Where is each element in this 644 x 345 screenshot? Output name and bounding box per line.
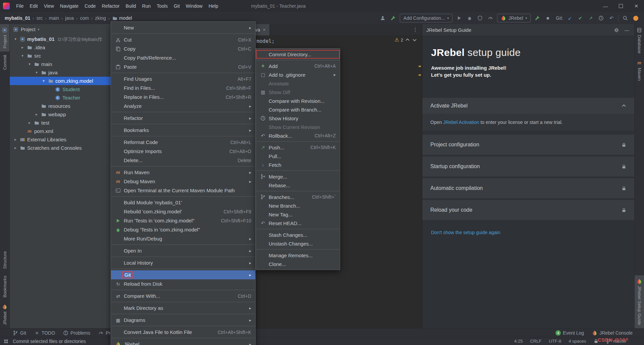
chevron-down-icon[interactable]: ▾ [20,54,25,58]
commit-button[interactable]: ✔ [577,14,584,22]
menu-item-debug-maven[interactable]: mDebug Maven▸ [111,177,255,186]
menu-view[interactable]: View [41,0,57,12]
push-button[interactable]: ↗ [587,14,594,22]
tool-button-problems[interactable]: Problems [63,330,90,336]
menu-item-open-terminal-at-the-current-maven-module-path[interactable]: Open Terminal at the Current Maven Modul… [111,186,255,195]
menu-item-cut[interactable]: CutCtrl+X [111,35,255,44]
codegeex-button[interactable] [632,14,639,22]
menu-item-diagrams[interactable]: ▦Diagrams▸ [111,316,255,325]
menu-item-refactor[interactable]: Refactor▸ [111,114,255,123]
chevron-right-icon[interactable]: ▸ [27,121,32,125]
caret-position[interactable]: 4:25 [514,339,523,344]
menu-git[interactable]: Git [171,0,183,12]
menu-item-delete[interactable]: Delete...Delete [111,156,255,165]
prev-warning-icon[interactable] [405,37,410,43]
breadcrumb-java[interactable]: java [65,15,74,21]
menu-item-compare-with-branch[interactable]: Compare with Branch... [256,105,340,114]
menu-item-git[interactable]: Git▸ [111,270,255,279]
wrench-green-button[interactable] [534,14,541,22]
menu-code[interactable]: Code [82,0,99,12]
profiler-button[interactable] [487,14,494,22]
menu-item-find-in-files[interactable]: Find in Files...Ctrl+Shift+F [111,83,255,92]
menu-navigate[interactable]: Navigate [57,0,82,12]
menu-item-fetch[interactable]: ↓Fetch [256,160,340,169]
tool-tab-structure[interactable]: Structure [0,248,9,272]
menu-item-new-branch[interactable]: New Branch... [256,201,340,210]
menu-item-reformat-code[interactable]: Reformat CodeCtrl+Alt+L [111,138,255,147]
tool-button-git[interactable]: Git [13,330,26,336]
chevron-down-icon[interactable]: ▾ [34,70,39,75]
toolwindow-switcher-icon[interactable] [3,339,9,344]
close-button[interactable]: × [629,0,644,12]
menu-item-rebuild-com-zking-model[interactable]: Rebuild 'com.zking.model'Ctrl+Shift+F9 [111,207,255,216]
jrebel-activation-link[interactable]: JRebel Activation [443,120,479,125]
menu-item-add-to-gitignore[interactable]: ▢Add to .gitignore▸ [256,70,340,79]
menu-item-convert-java-file-to-kotlin-file[interactable]: Convert Java File to Kotlin FileCtrl+Alt… [111,328,255,337]
activate-jrebel-section[interactable]: Activate JRebel [422,98,635,114]
menu-item-new-tag[interactable]: New Tag... [256,210,340,219]
menu-item-open-in[interactable]: Open In▸ [111,246,255,255]
menu-item-compare-with-revision[interactable]: Compare with Revision... [256,96,340,105]
tool-button-jrebel-console[interactable]: JRebel Console [592,330,633,336]
maximize-button[interactable] [613,0,629,12]
menu-item-optimize-imports[interactable]: Optimize ImportsCtrl+Alt+O [111,147,255,156]
menu-item-jrebel[interactable]: JRebel▸ [111,340,255,345]
menu-build[interactable]: Build [122,0,139,12]
run-dim-button[interactable] [455,14,463,22]
menu-item-branches[interactable]: Branches...Ctrl+Shift+` [256,193,340,201]
menu-item-paste[interactable]: PasteCtrl+V [111,62,255,71]
gear-button[interactable] [613,26,620,34]
menu-run[interactable]: Run [139,0,154,12]
menu-item-copy[interactable]: CopyCtrl+C [111,44,255,53]
tool-tab-jrebel[interactable]: JRebel [0,301,9,328]
menu-item-reset-head[interactable]: ↶Reset HEAD... [256,219,340,227]
menu-item-push[interactable]: ↗Push...Ctrl+Shift+K [256,143,340,152]
tool-tab-jrebel-setup-guide[interactable]: JRebel Setup Guide [635,275,644,328]
inspections-widget[interactable]: ⚠ 2 [394,37,417,43]
breadcrumb-com[interactable]: com [80,15,89,21]
breadcrumb-src[interactable]: src [37,15,43,21]
menu-item-unstash-changes[interactable]: Unstash Changes... [256,239,340,248]
jrebel-section-project-configuration[interactable]: Project configuration [422,135,635,155]
debug-dim-button[interactable] [466,14,473,22]
menu-edit[interactable]: Edit [27,0,41,12]
tool-tab-bookmarks[interactable]: Bookmarks [0,272,9,301]
menu-item-pull[interactable]: Pull... [256,152,340,160]
chevron-right-icon[interactable]: ▸ [34,112,39,117]
line-ending[interactable]: CRLF [530,339,541,344]
menu-item-local-history[interactable]: Local History▸ [111,258,255,267]
menu-item-rollback[interactable]: ↶Rollback...Ctrl+Alt+Z [256,131,340,140]
breadcrumb-mybatis-01[interactable]: mybatis_01 [5,15,30,21]
menu-item-add[interactable]: +AddCtrl+Alt+A [256,62,340,70]
chevron-down-icon[interactable]: ▾ [41,79,46,83]
menu-item-clone[interactable]: Clone... [256,260,340,268]
indent-setting[interactable]: 4 spaces [569,339,586,344]
close-tab-icon[interactable]: × [263,27,266,32]
menu-item-commit-directory[interactable]: Commit Directory... [256,50,340,59]
menu-item-run-maven[interactable]: mRun Maven▸ [111,168,255,177]
history-button[interactable] [597,14,605,22]
tool-button-event-log[interactable]: 4Event Log [555,330,584,336]
breadcrumb-main[interactable]: main [49,15,59,21]
menu-item-reload-from-disk[interactable]: ↻Reload from Disk [111,279,255,288]
jrebel-select[interactable]: JRebel ▾ [497,14,531,22]
menu-item-bookmarks[interactable]: Bookmarks▸ [111,126,255,135]
menu-tools[interactable]: Tools [154,0,171,12]
menu-item-copy-path-reference[interactable]: Copy Path/Reference... [111,53,255,62]
menu-item-replace-in-files[interactable]: Replace in Files...Ctrl+Shift+R [111,92,255,101]
minimize-button[interactable]: — [623,26,631,34]
menu-item-debug-tests-in-com-zking-model[interactable]: Debug 'Tests in 'com.zking.model'' [111,225,255,234]
file-encoding[interactable]: UTF-8 [549,339,561,344]
tool-tab-database[interactable]: Database [635,24,644,57]
update-button[interactable]: ↙ [566,14,574,22]
tool-button-todo[interactable]: ≡TODO [34,330,55,336]
jrebel-section-reload-your-code[interactable]: Reload your code [422,200,635,220]
tab-options-icon[interactable]: ⋮ [413,26,418,33]
search-button[interactable] [622,14,629,22]
menu-item-merge[interactable]: Merge... [256,172,340,181]
chevron-right-icon[interactable]: ▸ [13,146,18,150]
menu-item-new[interactable]: New▸ [111,23,255,32]
menu-item-run-tests-in-com-zking-model[interactable]: Run 'Tests in 'com.zking.model''Ctrl+Shi… [111,216,255,225]
tool-tab-project[interactable]: Project [0,24,9,52]
chevron-right-icon[interactable]: ▸ [20,45,25,50]
